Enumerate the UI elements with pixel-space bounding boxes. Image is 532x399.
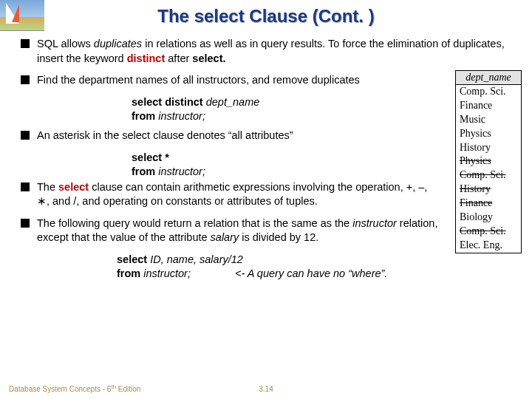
table-row: Comp. Sci. <box>456 85 521 99</box>
slide-content: SQL allows duplicates in relations as we… <box>21 37 523 287</box>
bullet-marker <box>21 219 30 228</box>
table-row: Comp. Sci. <box>456 168 521 183</box>
bullet-marker <box>21 131 30 140</box>
table-row: History <box>456 183 521 197</box>
bullet-marker <box>21 75 30 84</box>
bullet-1: SQL allows duplicates in relations as we… <box>21 37 516 66</box>
slide-title: The select Clause (Cont. ) <box>0 0 532 27</box>
table-row: Finance <box>456 99 521 113</box>
bullet-marker <box>21 39 30 48</box>
footer-left: Database System Concepts - 6th Edition <box>9 383 140 393</box>
bullet-marker <box>21 183 30 191</box>
table-header: dept_name <box>456 71 521 85</box>
dept-name-table: dept_name Comp. Sci.FinanceMusicPhysicsH… <box>455 70 522 253</box>
table-row: Finance <box>456 197 521 211</box>
bullet-3: An asterisk in the select clause denotes… <box>21 129 442 143</box>
bullet-4: The select clause can contain arithmetic… <box>21 180 442 209</box>
bullet-5: The following query would return a relat… <box>21 216 442 245</box>
logo-image <box>0 0 44 31</box>
table-row: History <box>456 141 521 155</box>
table-row: Music <box>456 113 521 127</box>
code-block-3: select ID, name, salary/12 from instruct… <box>117 253 523 281</box>
table-row: Elec. Eng. <box>456 239 521 253</box>
table-row: Biology <box>456 211 521 225</box>
table-row: Physics <box>456 154 521 168</box>
table-row: Physics <box>456 127 521 141</box>
footer-page-number: 3.14 <box>259 385 273 393</box>
bullet-2: Find the department names of all instruc… <box>21 73 442 88</box>
table-row: Comp. Sci. <box>456 225 521 239</box>
